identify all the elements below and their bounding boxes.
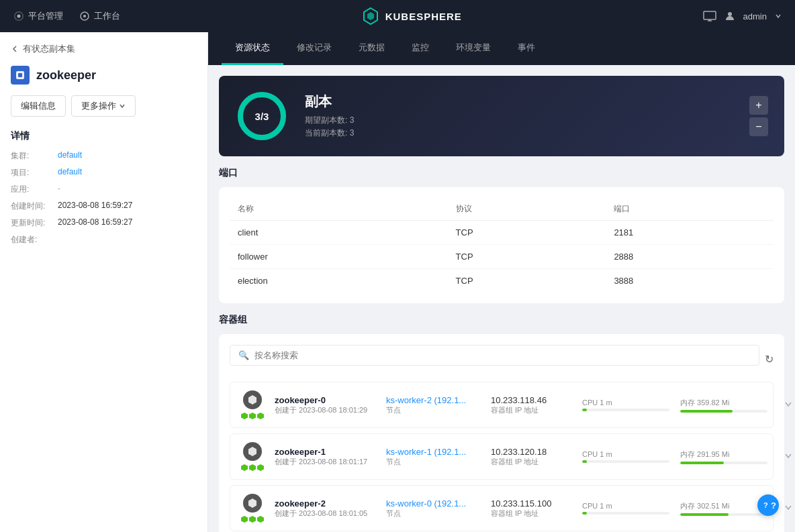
- cpu-progress-bar: [582, 512, 669, 515]
- hexagon-icon: [247, 446, 258, 457]
- search-bar[interactable]: 🔍: [230, 345, 759, 366]
- pod-name-group: zookeeper-0 创建于 2023-08-08 18:01:29: [275, 395, 375, 415]
- pod-node-label: 节点: [386, 405, 480, 415]
- hex-2: [249, 413, 256, 419]
- pod-node[interactable]: ks-worker-2 (192.1...: [386, 395, 480, 405]
- navbar-left: 平台管理 工作台: [13, 10, 120, 22]
- replica-controls: + −: [749, 96, 768, 136]
- details-section-title: 详情: [11, 130, 197, 142]
- detail-label: 创建时间:: [11, 201, 58, 212]
- pod-ip: 10.233.118.46: [491, 395, 571, 405]
- detail-label: 更新时间:: [11, 217, 58, 229]
- pod-expand-button[interactable]: [784, 399, 793, 411]
- hex-2: [249, 516, 256, 523]
- monitor-icon: [703, 11, 716, 21]
- help-button[interactable]: ? ?: [757, 494, 779, 516]
- detail-label: 项目:: [11, 167, 58, 178]
- detail-label: 创建者:: [11, 234, 58, 246]
- refresh-button[interactable]: ↻: [765, 353, 774, 366]
- col-protocol: 协议: [448, 198, 606, 221]
- col-port: 端口: [606, 198, 774, 221]
- port-protocol: TCP: [448, 221, 606, 245]
- pod-expand-button[interactable]: [784, 451, 793, 462]
- pod-name-group: zookeeper-2 创建于 2023-08-08 18:01:05: [275, 498, 375, 519]
- detail-row: 集群:default: [11, 150, 197, 162]
- platform-management-link[interactable]: 平台管理: [13, 10, 63, 22]
- detail-label: 集群:: [11, 150, 58, 162]
- tab-元数据[interactable]: 元数据: [345, 32, 398, 65]
- cpu-progress-fill: [582, 460, 587, 463]
- pod-created: 创建于 2023-08-08 18:01:29: [275, 405, 375, 415]
- pod-icon-group: [241, 494, 264, 523]
- tab-修改记录[interactable]: 修改记录: [283, 32, 345, 65]
- donut-text: 3/3: [255, 111, 269, 122]
- port-port: 2181: [606, 221, 774, 245]
- pod-ip-label: 容器组 IP 地址: [491, 457, 571, 467]
- pod-node-group: ks-worker-2 (192.1... 节点: [386, 395, 480, 415]
- tab-监控[interactable]: 监控: [398, 32, 442, 65]
- desired-replicas: 期望副本数: 3: [305, 115, 354, 126]
- list-item: zookeeper-0 创建于 2023-08-08 18:01:29 ks-w…: [230, 382, 774, 428]
- table-row: electionTCP3888: [230, 269, 774, 293]
- pod-expand-button[interactable]: [784, 502, 793, 514]
- pod-ip: 10.233.115.100: [491, 498, 571, 509]
- detail-row: 更新时间:2023-08-08 16:59:27: [11, 217, 197, 229]
- pod-name-group: zookeeper-1 创建于 2023-08-08 18:01:17: [275, 447, 375, 467]
- sidebar-details: 集群:default项目:default应用:-创建时间:2023-08-08 …: [11, 150, 197, 246]
- tab-事件[interactable]: 事件: [504, 32, 549, 65]
- pod-mem-group: 内存 302.51 Mi: [680, 501, 767, 516]
- pod-cpu-label: CPU 1 m: [582, 398, 669, 407]
- list-item: zookeeper-1 创建于 2023-08-08 18:01:17 ks-w…: [230, 433, 774, 480]
- pod-node-group: ks-worker-1 (192.1... 节点: [386, 447, 480, 467]
- chevron-down-icon: [775, 13, 782, 19]
- chevron-left-icon: [11, 45, 19, 53]
- search-input[interactable]: [254, 350, 751, 360]
- pod-icon-group: [241, 390, 264, 419]
- pod-mem-group: 内存 291.95 Mi: [680, 449, 767, 464]
- port-protocol: TCP: [448, 269, 606, 293]
- pod-mem-label: 内存 291.95 Mi: [680, 449, 767, 460]
- sidebar-title: zookeeper: [11, 66, 197, 85]
- port-port: 2888: [606, 245, 774, 269]
- chevron-down-icon: [784, 502, 793, 512]
- decrease-replica-button[interactable]: −: [749, 117, 768, 136]
- detail-label: 应用:: [11, 184, 58, 195]
- tab-环境变量[interactable]: 环境变量: [442, 32, 504, 65]
- mem-progress-fill: [680, 462, 724, 464]
- donut-chart: 3/3: [235, 89, 289, 143]
- mem-progress-fill: [680, 513, 729, 516]
- search-icon: 🔍: [238, 350, 249, 360]
- pod-mem-label: 内存 359.82 Mi: [680, 398, 767, 408]
- pod-node-label: 节点: [386, 509, 480, 519]
- sidebar-actions: 编辑信息 更多操作: [11, 95, 197, 117]
- content-inner: 3/3 副本 期望副本数: 3 当前副本数: 3 + − 端口: [208, 65, 795, 532]
- user-icon: [724, 11, 735, 21]
- navbar-logo: KUBESPHERE: [361, 7, 462, 25]
- increase-replica-button[interactable]: +: [749, 96, 768, 115]
- detail-value[interactable]: default: [58, 150, 82, 162]
- detail-value: 2023-08-08 16:59:27: [58, 217, 132, 229]
- svg-marker-3: [367, 12, 374, 20]
- detail-value[interactable]: default: [58, 167, 82, 178]
- workbench-link[interactable]: 工作台: [79, 10, 120, 22]
- back-nav[interactable]: 有状态副本集: [11, 43, 197, 55]
- pod-ip-group: 10.233.115.100 容器组 IP 地址: [491, 498, 571, 519]
- pod-cpu-group: CPU 1 m: [582, 398, 669, 411]
- hex-1: [241, 464, 248, 471]
- pod-node[interactable]: ks-worker-1 (192.1...: [386, 447, 480, 457]
- mem-progress-bar: [680, 513, 767, 516]
- pod-mem-label: 内存 302.51 Mi: [680, 501, 767, 511]
- hexagon-group: [241, 413, 264, 419]
- tab-资源状态[interactable]: 资源状态: [222, 32, 283, 65]
- edit-info-button[interactable]: 编辑信息: [11, 95, 66, 117]
- pod-node[interactable]: ks-worker-0 (192.1...: [386, 498, 480, 509]
- detail-row: 创建者:: [11, 234, 197, 246]
- more-actions-button[interactable]: 更多操作: [71, 95, 136, 117]
- port-name: client: [230, 221, 448, 245]
- cpu-progress-bar: [582, 409, 669, 411]
- hexagon-group: [241, 464, 264, 471]
- hexagon-group: [241, 516, 264, 523]
- content-area: 资源状态修改记录元数据监控环境变量事件 3/3 副本 期望副本数: 3: [208, 32, 795, 532]
- current-replicas: 当前副本数: 3: [305, 127, 354, 139]
- svg-point-1: [83, 15, 86, 17]
